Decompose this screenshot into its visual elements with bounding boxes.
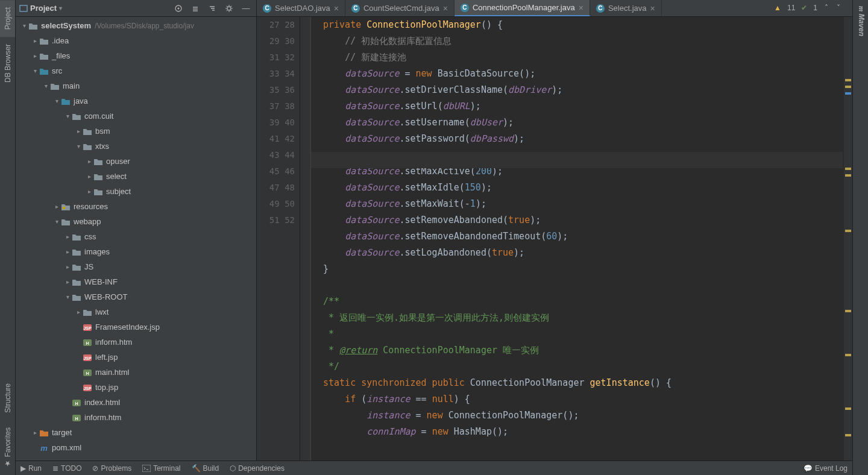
tree-node[interactable]: ▾xtxs <box>16 139 256 154</box>
tree-node[interactable]: ▾main <box>16 78 256 93</box>
collapse-all-icon[interactable] <box>206 2 219 15</box>
project-panel-header: Project ▾ — <box>16 0 256 17</box>
tree-node[interactable]: ▸target <box>16 425 256 440</box>
expand-all-icon[interactable] <box>189 2 202 15</box>
tree-node[interactable]: ▾src <box>16 63 256 78</box>
tree-node[interactable]: ▾webapp <box>16 214 256 229</box>
event-log-button[interactable]: 💬 Event Log <box>804 464 848 473</box>
svg-text:H: H <box>75 417 78 421</box>
locate-icon[interactable] <box>172 2 185 15</box>
warning-icon: ▲ <box>774 4 781 12</box>
prev-highlight-icon[interactable]: ˄ <box>823 4 829 12</box>
tree-node[interactable]: JSPFramesetIndex.jsp <box>16 319 256 335</box>
tree-node[interactable]: ▾java <box>16 93 256 109</box>
svg-rect-0 <box>20 5 27 11</box>
tree-node[interactable]: ▸images <box>16 244 256 259</box>
svg-point-2 <box>178 7 180 9</box>
tree-node[interactable]: ▸subject <box>16 184 256 199</box>
module-icon <box>19 4 28 13</box>
project-panel: Project ▾ — ▾selectSystem/Volumes/SDisk/… <box>16 0 257 461</box>
maven-tool-tab[interactable]: m Maven <box>853 0 868 42</box>
left-tool-strip: Project DB Browser Structure ★ Favorites <box>0 0 16 475</box>
svg-text:H: H <box>75 401 78 406</box>
tree-node[interactable]: JSPleft.jsp <box>16 350 256 365</box>
svg-text:JSP: JSP <box>83 326 92 330</box>
editor-tab[interactable]: CConnectionPoolManager.java× <box>454 0 590 16</box>
fold-column[interactable] <box>300 17 311 461</box>
svg-text:JSP: JSP <box>83 356 92 360</box>
tree-node[interactable]: ▸WEB-INF <box>16 274 256 289</box>
editor-area: CSelectDAO.java×CCountSelectCmd.java×CCo… <box>257 0 852 461</box>
tree-node[interactable]: ▸.idea <box>16 33 256 48</box>
next-highlight-icon[interactable]: ˅ <box>835 4 841 12</box>
close-tab-icon[interactable]: × <box>334 4 339 13</box>
build-tool-button[interactable]: 🔨 Build <box>192 464 219 473</box>
svg-text:H: H <box>86 371 89 376</box>
java-class-icon: C <box>596 4 605 13</box>
close-tab-icon[interactable]: × <box>579 3 583 13</box>
tree-node[interactable]: ▸lwxt <box>16 304 256 319</box>
inspections-widget[interactable]: ▲11 ✔1 ˄ ˅ <box>774 4 841 12</box>
terminal-tool-button[interactable]: Terminal <box>142 464 180 473</box>
tree-node[interactable]: ▸select <box>16 169 256 184</box>
terminal-icon <box>142 465 151 472</box>
java-class-icon: C <box>351 4 360 13</box>
code-editor[interactable]: private ConnectionPoolManager() { // 初始化… <box>311 17 844 461</box>
dependencies-tool-button[interactable]: ⬡ Dependencies <box>230 464 285 473</box>
tree-node[interactable]: ▸opuser <box>16 154 256 169</box>
tree-node[interactable]: ▸resources <box>16 199 256 214</box>
svg-text:m: m <box>40 444 48 452</box>
tree-node[interactable]: Hinform.htm <box>16 335 256 350</box>
tree-root[interactable]: ▾selectSystem/Volumes/SDisk/app_studio/j… <box>16 18 256 33</box>
warning-count: 11 <box>787 4 795 12</box>
tree-node[interactable]: mpom.xml <box>16 440 256 455</box>
line-number-gutter[interactable]: 27 28 29 30 31 32 33 34 35 36 37 38 39 4… <box>257 17 300 461</box>
svg-point-3 <box>227 7 231 10</box>
tree-node[interactable]: Hindex.html <box>16 395 256 410</box>
svg-rect-20 <box>142 465 151 472</box>
close-tab-icon[interactable]: × <box>443 4 448 13</box>
tree-node[interactable]: ▸_files <box>16 48 256 63</box>
problems-tool-button[interactable]: ⊘ Problems <box>92 464 131 473</box>
tree-node[interactable]: ▾com.cuit <box>16 109 256 124</box>
tree-node[interactable]: JSPtop.jsp <box>16 380 256 395</box>
editor-tab[interactable]: CSelectDAO.java× <box>257 0 345 16</box>
svg-rect-4 <box>63 207 65 209</box>
hide-panel-icon[interactable]: — <box>239 2 253 15</box>
structure-tool-tab[interactable]: Structure <box>0 376 15 420</box>
project-view-selector[interactable]: Project ▾ <box>19 4 62 13</box>
editor-tabs: CSelectDAO.java×CCountSelectCmd.java×CCo… <box>257 0 852 17</box>
tree-node[interactable]: ▸JS <box>16 259 256 274</box>
tree-node[interactable]: ▸css <box>16 229 256 244</box>
editor-tab[interactable]: CSelect.java× <box>590 0 662 16</box>
current-line-highlight <box>311 152 843 168</box>
java-class-icon: C <box>263 4 271 13</box>
tree-node[interactable]: Hmain.html <box>16 365 256 380</box>
tree-node[interactable]: Hinform.htm <box>16 410 256 425</box>
marker-stripe[interactable] <box>844 17 852 461</box>
project-tool-tab[interactable]: Project <box>0 0 15 37</box>
java-class-icon: C <box>461 4 469 12</box>
ok-icon: ✔ <box>801 4 807 12</box>
favorites-tool-tab[interactable]: ★ Favorites <box>0 420 15 475</box>
tree-node[interactable]: ▾WEB-ROOT <box>16 289 256 304</box>
svg-text:JSP: JSP <box>83 386 92 391</box>
right-tool-strip: m Maven <box>852 0 868 475</box>
db-browser-tool-tab[interactable]: DB Browser <box>0 37 15 90</box>
settings-icon[interactable] <box>222 2 236 15</box>
close-tab-icon[interactable]: × <box>650 4 655 13</box>
run-tool-button[interactable]: ▶ Run <box>20 464 42 473</box>
project-tree[interactable]: ▾selectSystem/Volumes/SDisk/app_studio/j… <box>16 17 256 461</box>
todo-tool-button[interactable]: ≣ TODO <box>52 464 81 473</box>
highlight-count: 1 <box>813 4 817 12</box>
bottom-toolbar: ▶ Run ≣ TODO ⊘ Problems Terminal 🔨 Build… <box>16 461 852 475</box>
tree-node[interactable]: ▸bsm <box>16 124 256 139</box>
svg-text:H: H <box>86 341 89 345</box>
editor-tab[interactable]: CCountSelectCmd.java× <box>345 0 454 16</box>
